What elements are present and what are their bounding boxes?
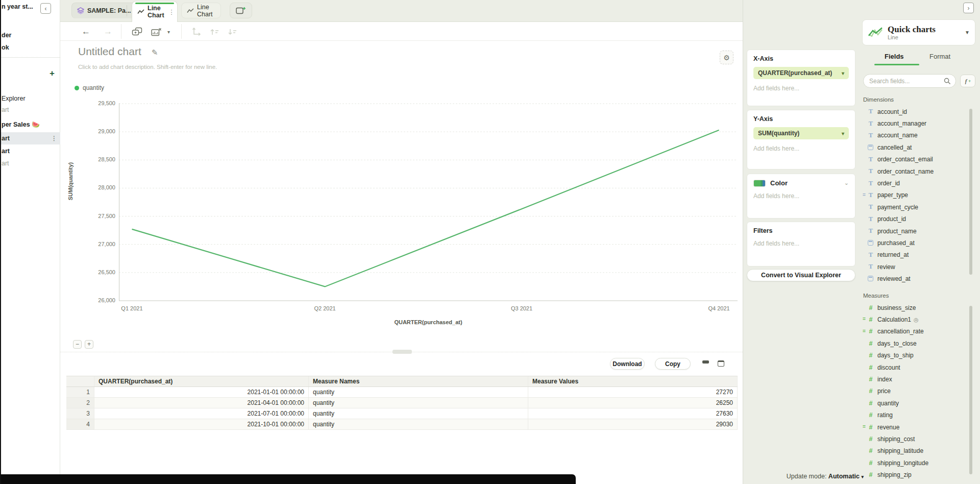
field-item-review[interactable]: Treview <box>862 261 975 273</box>
sidebar-top-item[interactable]: ok <box>2 44 9 51</box>
field-item-shipping_cost[interactable]: #shipping_cost <box>862 433 975 445</box>
chevron-down-icon[interactable]: ▼ <box>965 30 970 35</box>
table-row[interactable]: 42021-10-01 00:00:00quantity29030 <box>66 419 738 430</box>
minimize-table-button[interactable] <box>702 360 709 364</box>
chevron-collapse-icon[interactable]: ⌄ <box>844 180 849 186</box>
copy-button[interactable]: Copy <box>655 358 691 370</box>
tab-menu-icon[interactable]: ⋮ <box>168 8 175 16</box>
convert-to-visual-explorer-button[interactable]: Convert to Visual Explorer <box>747 269 855 281</box>
table-row[interactable]: 32021-07-01 00:00:00quantity27630 <box>66 408 738 419</box>
field-item-account_id[interactable]: Taccount_id <box>862 106 975 117</box>
field-item-rating[interactable]: #rating <box>862 409 975 421</box>
pane-resize-handle[interactable] <box>393 350 412 354</box>
tab-label: Line Chart <box>148 5 164 19</box>
field-item-days_to_ship[interactable]: #days_to_ship <box>862 350 975 361</box>
field-item-returned_at[interactable]: Treturned_at <box>862 249 975 261</box>
search-input[interactable] <box>863 74 956 88</box>
number-type-icon: # <box>867 364 874 371</box>
add-calculation-button[interactable]: ƒ+ <box>960 75 975 87</box>
field-item-revenue[interactable]: =#revenue <box>862 421 975 433</box>
sidebar-item[interactable]: per Sales 🍉 <box>2 120 40 128</box>
field-item-product_id[interactable]: Tproduct_id <box>862 213 975 225</box>
duplicate-chart-icon[interactable] <box>132 26 143 37</box>
x-axis-field-pill[interactable]: QUARTER(purchased_at) ▾ <box>753 67 849 79</box>
field-item-quantity[interactable]: #quantity <box>862 397 975 409</box>
tab-format[interactable]: Format <box>929 53 950 60</box>
chevron-down-icon[interactable]: ▾ <box>167 26 170 37</box>
field-label: review <box>877 263 895 271</box>
field-item-Calculation1[interactable]: =#Calculation1◎ <box>862 313 975 325</box>
remove-chart-icon[interactable] <box>151 26 162 37</box>
y-axis-field-pill[interactable]: SUM(quantity) ▾ <box>753 127 849 139</box>
tab-fields[interactable]: Fields <box>885 53 904 60</box>
field-item-days_to_close[interactable]: #days_to_close <box>862 337 975 349</box>
y-axis-shelf-title: Y-Axis <box>753 115 849 123</box>
field-item-shipping_zip[interactable]: #shipping_zip <box>862 469 975 480</box>
tab-line-chart-2[interactable]: Line Chart <box>181 3 221 18</box>
y-axis-add-fields-placeholder[interactable]: Add fields here... <box>753 145 849 152</box>
measures-scrollbar[interactable] <box>969 306 972 474</box>
field-item-order_contact_email[interactable]: Torder_contact_email <box>862 154 975 165</box>
chart-settings-button[interactable]: ⚙ <box>720 51 733 64</box>
zoom-out-button[interactable]: − <box>73 340 82 349</box>
sidebar-item-selected[interactable]: art⋮ <box>0 132 60 144</box>
field-item-business_size[interactable]: #business_size <box>862 302 975 313</box>
kebab-menu-icon[interactable]: ⋮ <box>51 135 57 142</box>
sidebar-item[interactable]: art <box>2 148 10 155</box>
tab-line-chart-active[interactable]: Line Chart ⋮ <box>132 1 178 22</box>
field-item-discount[interactable]: #discount <box>862 361 975 373</box>
quick-charts-selector[interactable]: Quick charts Line ▼ <box>862 19 975 45</box>
field-item-shipping_latitude[interactable]: #shipping_latitude <box>862 445 975 457</box>
download-button[interactable]: Download <box>610 358 645 370</box>
new-chart-tab-button[interactable] <box>230 3 252 18</box>
undo-arrow-icon[interactable]: ← <box>82 26 90 37</box>
series-line-quantity[interactable] <box>132 130 719 287</box>
number-type-icon: # <box>867 424 874 431</box>
chevron-down-icon[interactable]: ▾ <box>842 70 844 76</box>
field-item-product_name[interactable]: Tproduct_name <box>862 225 975 237</box>
field-item-shipping_longitude[interactable]: #shipping_longitude <box>862 457 975 469</box>
sidebar-item[interactable]: art <box>2 160 9 167</box>
sidebar-top-item[interactable]: n year st... <box>2 3 33 10</box>
chart-description-placeholder[interactable]: Click to add chart description. Shift-en… <box>78 64 217 70</box>
x-axis-shelf[interactable]: X-Axis QUARTER(purchased_at) ▾ Add field… <box>747 50 855 106</box>
y-axis-shelf[interactable]: Y-Axis SUM(quantity) ▾ Add fields here..… <box>747 110 855 170</box>
edit-pencil-icon[interactable]: ✎ <box>152 48 158 57</box>
filters-shelf[interactable]: Filters Add fields here... <box>747 222 855 267</box>
field-item-purchased_at[interactable]: purchased_at <box>862 237 975 249</box>
sidebar-add-button[interactable]: + <box>50 68 55 79</box>
collapse-sidebar-icon[interactable]: ‹ <box>40 3 51 14</box>
field-item-account_manager[interactable]: Taccount_manager <box>862 117 975 129</box>
field-item-account_name[interactable]: Taccount_name <box>862 130 975 141</box>
minimize-icon <box>702 360 709 364</box>
x-axis-add-fields-placeholder[interactable]: Add fields here... <box>753 85 849 92</box>
sidebar-item[interactable]: Explorer <box>2 95 26 102</box>
update-mode-value[interactable]: Automatic <box>828 473 860 480</box>
line-chart-plot[interactable] <box>119 103 738 301</box>
field-item-index[interactable]: #index <box>862 373 975 385</box>
update-mode-control[interactable]: Update mode: Automatic ▾ <box>743 473 864 480</box>
field-item-order_contact_name[interactable]: Torder_contact_name <box>862 165 975 177</box>
results-table[interactable]: QUARTER(purchased_at) Measure Names Meas… <box>66 376 738 430</box>
field-item-cancellation_rate[interactable]: =#cancellation_rate <box>862 326 975 337</box>
page-title[interactable]: Untitled chart✎ <box>78 45 158 58</box>
chevron-down-icon[interactable]: ▾ <box>842 131 844 136</box>
table-row[interactable]: 12021-01-01 00:00:00quantity27270 <box>66 387 738 398</box>
field-item-reviewed_at[interactable]: reviewed_at <box>862 273 975 284</box>
maximize-table-button[interactable] <box>718 360 724 367</box>
field-item-paper_type[interactable]: =Tpaper_type <box>862 189 975 201</box>
toolbar-divider <box>121 24 121 39</box>
field-item-price[interactable]: #price <box>862 385 975 397</box>
color-add-fields-placeholder[interactable]: Add fields here... <box>753 192 849 200</box>
filters-add-fields-placeholder[interactable]: Add fields here... <box>753 240 849 247</box>
color-shelf[interactable]: Color ⌄ Add fields here... <box>747 174 855 219</box>
dimensions-scrollbar[interactable] <box>969 109 972 275</box>
zoom-in-button[interactable]: + <box>85 340 93 349</box>
table-row[interactable]: 22021-04-01 00:00:00quantity26250 <box>66 398 738 408</box>
sidebar-top-item[interactable]: der <box>2 32 11 39</box>
field-item-order_id[interactable]: Torder_id <box>862 177 975 189</box>
sidebar-item[interactable]: art <box>2 106 9 113</box>
text-type-icon: T <box>867 167 874 175</box>
field-item-cancelled_at[interactable]: cancelled_at <box>862 141 975 153</box>
field-item-payment_cycle[interactable]: Tpayment_cycle <box>862 201 975 213</box>
